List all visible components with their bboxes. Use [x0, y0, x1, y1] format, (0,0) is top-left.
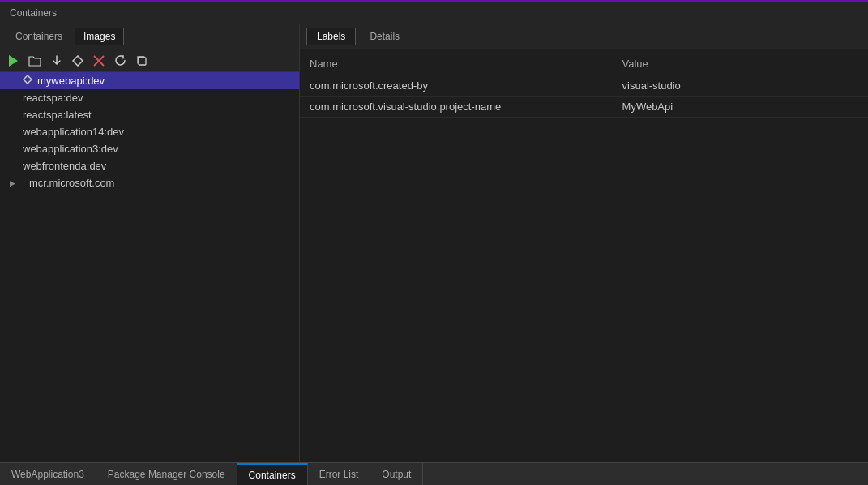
bottom-tab-containers[interactable]: Containers — [237, 463, 308, 485]
tree-item-label-mywebapi: mywebapi:dev — [37, 75, 293, 87]
tree-item-webapp14[interactable]: webapplication14:dev — [0, 123, 299, 140]
svg-rect-2 — [139, 58, 146, 65]
tree-item-reactspa-latest[interactable]: reactspa:latest — [0, 106, 299, 123]
tree-item-label-webfrontend: webfrontenda:dev — [23, 160, 293, 172]
table-container: Name Value com.microsoft.created-by visu… — [300, 49, 868, 462]
labels-table: Name Value com.microsoft.created-by visu… — [300, 53, 868, 118]
col-value-header: Value — [613, 53, 868, 75]
tag-button[interactable] — [70, 54, 86, 68]
remove-button[interactable] — [91, 54, 107, 68]
row1-value: visual-studio — [613, 75, 868, 97]
diamond-icon-selected — [23, 75, 32, 87]
tree-item-label-webapp3: webapplication3:dev — [23, 143, 293, 155]
expand-icon-5 — [10, 144, 23, 153]
tree-item-reactspa-dev[interactable]: reactspa:dev — [0, 89, 299, 106]
folder-icon — [28, 55, 41, 67]
bottom-tab-webapp3[interactable]: WebApplication3 — [0, 463, 96, 485]
expand-icon — [10, 76, 23, 85]
tab-details[interactable]: Details — [359, 28, 410, 45]
expand-icon-mcr: ▶ — [10, 179, 23, 187]
tree-item-webapp3[interactable]: webapplication3:dev — [0, 140, 299, 157]
table-row: com.microsoft.visual-studio.project-name… — [300, 97, 868, 118]
expand-icon-4 — [10, 127, 23, 136]
panel-header: Containers — [0, 2, 868, 24]
row1-name: com.microsoft.created-by — [300, 75, 613, 97]
tab-labels[interactable]: Labels — [306, 28, 356, 45]
refresh-icon — [114, 54, 126, 67]
copy-icon — [136, 55, 148, 67]
toolbar — [0, 49, 299, 72]
tab-containers[interactable]: Containers — [6, 28, 71, 45]
col-name-header: Name — [300, 53, 613, 75]
tree-item-webfrontend[interactable]: webfrontenda:dev — [0, 157, 299, 174]
left-panel: Containers Images — [0, 24, 300, 462]
left-tab-bar: Containers Images — [0, 24, 299, 49]
expand-icon-3 — [10, 110, 23, 119]
row2-value: MyWebApi — [613, 97, 868, 118]
play-icon — [9, 55, 18, 67]
diamond-icon — [72, 55, 83, 67]
pull-icon — [51, 55, 62, 67]
right-tab-bar: Labels Details — [300, 24, 868, 49]
tree-item-mcr[interactable]: ▶ mcr.microsoft.com — [0, 174, 299, 191]
expand-icon-6 — [10, 161, 23, 170]
tree-item-label-mcr: mcr.microsoft.com — [29, 177, 293, 189]
right-panel: Labels Details Name Value com.microsoft.… — [300, 24, 868, 462]
tree-item-mywebapi[interactable]: mywebapi:dev — [0, 72, 299, 89]
tree-item-label-reactspa-latest: reactspa:latest — [23, 109, 293, 121]
tab-images[interactable]: Images — [75, 28, 124, 45]
row2-name: com.microsoft.visual-studio.project-name — [300, 97, 613, 118]
play-button[interactable] — [6, 54, 21, 68]
remove-icon — [93, 55, 105, 67]
tree-item-label-webapp14: webapplication14:dev — [23, 126, 293, 138]
open-folder-button[interactable] — [26, 54, 44, 68]
bottom-tab-pkgmgr[interactable]: Package Manager Console — [96, 463, 237, 485]
panel-title: Containers — [10, 7, 57, 19]
tree-list: mywebapi:dev reactspa:dev reactspa:lates… — [0, 72, 299, 462]
bottom-tab-errorlist[interactable]: Error List — [308, 463, 371, 485]
bottom-tab-output[interactable]: Output — [370, 463, 423, 485]
refresh-button[interactable] — [112, 53, 129, 68]
expand-icon-2 — [10, 93, 23, 102]
tree-item-label-reactspa-dev: reactspa:dev — [23, 92, 293, 104]
content-layout: Containers Images — [0, 24, 868, 462]
pull-button[interactable] — [49, 54, 65, 68]
bottom-tab-bar: WebApplication3 Package Manager Console … — [0, 462, 868, 485]
table-row: com.microsoft.created-by visual-studio — [300, 75, 868, 97]
copy-button[interactable] — [134, 54, 150, 68]
